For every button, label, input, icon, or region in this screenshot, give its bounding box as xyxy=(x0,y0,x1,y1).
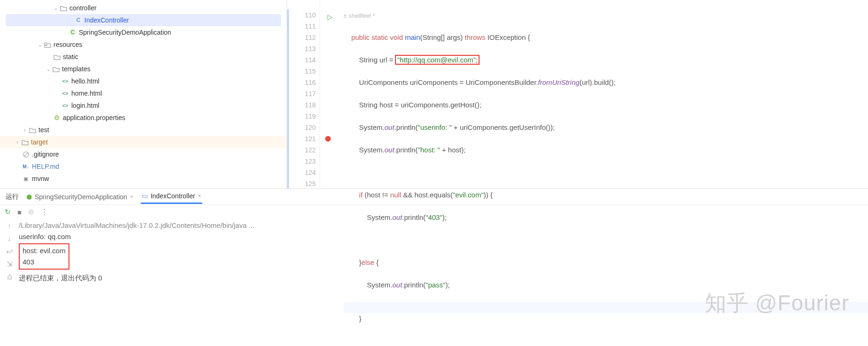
line-number[interactable]: 112 xyxy=(287,32,320,43)
console-toolbar: ↑ ↓ ⮐ ⇲ ⎙ xyxy=(0,219,19,284)
close-icon[interactable]: × xyxy=(130,194,133,200)
project-tree[interactable]: ⌄ controller C IndexController C SpringS… xyxy=(0,0,287,188)
chevron-right-icon: › xyxy=(22,128,28,133)
folder-icon xyxy=(59,5,68,11)
tree-home[interactable]: <> home.html xyxy=(0,87,287,99)
stop-icon[interactable]: ■ xyxy=(17,208,22,216)
line-number[interactable]: 113 xyxy=(287,43,320,54)
console-exit: 进程已结束，退出代码为 0 xyxy=(19,272,868,284)
tree-label: test xyxy=(37,126,49,134)
spring-icon: ⬢ xyxy=(26,193,32,201)
clear-icon[interactable]: ⊘ xyxy=(28,208,34,216)
line-number[interactable]: 115 xyxy=(287,66,320,77)
line-number[interactable]: 119 xyxy=(287,111,320,122)
tree-mvnw[interactable]: ▣ mvnw xyxy=(0,173,287,185)
console-line: host: evil.com xyxy=(23,245,66,256)
folder-icon xyxy=(28,127,37,133)
markdown-icon: M↓ xyxy=(22,164,30,169)
tree-label: SpringSecurityDemoApplication xyxy=(77,29,171,36)
rerun-icon[interactable]: ↻ xyxy=(5,208,11,216)
up-icon[interactable]: ↑ xyxy=(8,222,11,230)
tree-help[interactable]: M↓ HELP.md xyxy=(0,160,287,173)
properties-icon: ⚙ xyxy=(53,114,61,121)
tree-label: target xyxy=(29,138,48,146)
author-hint: ± shellfeel * xyxy=(343,11,868,21)
target-folder-icon xyxy=(21,139,29,145)
tree-login[interactable]: <> login.html xyxy=(0,99,287,112)
tree-controller[interactable]: ⌄ controller xyxy=(0,2,287,14)
html-icon: <> xyxy=(61,103,69,108)
tree-label: home.html xyxy=(69,90,102,97)
line-number[interactable]: 117 xyxy=(287,88,320,99)
line-number[interactable]: 111 xyxy=(287,21,320,32)
gitignore-icon xyxy=(22,151,30,158)
tree-label: mvnw xyxy=(30,175,49,182)
svg-line-1 xyxy=(24,152,28,156)
folder-icon xyxy=(53,54,61,60)
tree-label: HELP.md xyxy=(30,163,59,170)
line-number[interactable]: 116 xyxy=(287,77,320,88)
line-number[interactable]: 122 xyxy=(287,144,320,156)
line-number[interactable]: 114 xyxy=(287,54,320,66)
tree-label: IndexController xyxy=(83,16,129,24)
code-content[interactable]: ± shellfeel * public static void main(St… xyxy=(320,0,868,188)
console-highlight-box: host: evil.com 403 xyxy=(19,243,69,270)
tree-label: login.html xyxy=(69,102,99,109)
line-number[interactable]: 118 xyxy=(287,99,320,111)
chevron-right-icon: › xyxy=(14,140,21,145)
tree-templates[interactable]: ⌄ templates xyxy=(0,63,287,75)
tab-label: SpringSecurityDemoApplication xyxy=(35,193,127,201)
close-icon[interactable]: × xyxy=(198,193,201,199)
tree-label: .gitignore xyxy=(30,150,59,158)
tree-appprops[interactable]: ⚙ application.properties xyxy=(0,112,287,124)
tab-label: IndexController xyxy=(151,192,195,200)
tree-label: resources xyxy=(52,41,82,48)
print-icon[interactable]: ⎙ xyxy=(8,273,12,281)
tree-test[interactable]: › test xyxy=(0,124,287,136)
tree-label: application.properties xyxy=(61,114,125,121)
line-number[interactable]: 120 xyxy=(287,122,320,133)
html-icon: <> xyxy=(61,90,69,96)
tree-indexcontroller[interactable]: C IndexController xyxy=(6,14,281,26)
code-editor[interactable]: 110▷ 111 112 113 114 115 116 117 118 119… xyxy=(287,0,868,188)
resources-folder-icon xyxy=(43,42,52,48)
soft-wrap-icon[interactable]: ⮐ xyxy=(6,247,13,255)
html-icon: <> xyxy=(61,78,69,84)
tree-static[interactable]: static xyxy=(0,51,287,63)
chevron-down-icon: ⌄ xyxy=(37,42,43,47)
line-number[interactable]: 124 xyxy=(287,167,320,178)
more-icon[interactable]: ⋮ xyxy=(41,208,48,216)
tree-target[interactable]: › target xyxy=(0,136,287,148)
line-number[interactable]: 110▷ xyxy=(287,9,320,21)
run-config-icon: ▭ xyxy=(142,192,148,200)
run-tab-indexcontroller[interactable]: ▭ IndexController × xyxy=(141,189,202,204)
tree-gitignore[interactable]: .gitignore xyxy=(0,148,287,160)
folder-icon xyxy=(52,66,60,72)
class-icon: C xyxy=(74,16,83,24)
run-tab-springapp[interactable]: ⬢ SpringSecurityDemoApplication × xyxy=(25,190,134,203)
chevron-down-icon: ⌄ xyxy=(53,6,59,11)
console-output[interactable]: /Library/Java/JavaVirtualMachines/jdk-17… xyxy=(19,219,868,284)
tree-label: controller xyxy=(68,4,97,12)
run-label: 运行 xyxy=(6,193,19,201)
spring-icon: C xyxy=(69,29,77,36)
line-number[interactable]: 125 xyxy=(287,178,320,189)
console-line: 403 xyxy=(23,256,66,268)
line-number[interactable]: 123 xyxy=(287,156,320,167)
tree-hello[interactable]: <> hello.html xyxy=(0,75,287,87)
chevron-down-icon: ⌄ xyxy=(45,67,52,72)
url-highlight-box: "http://qq.com@evil.com"; xyxy=(395,55,480,65)
console-command: /Library/Java/JavaVirtualMachines/jdk-17… xyxy=(19,220,868,231)
tree-label: static xyxy=(61,53,78,60)
line-number[interactable]: 121 xyxy=(287,133,320,144)
console-line: userinfo: qq.com xyxy=(19,231,868,242)
tree-springapp[interactable]: C SpringSecurityDemoApplication xyxy=(0,26,287,38)
down-icon[interactable]: ↓ xyxy=(8,234,11,242)
tree-resources[interactable]: ⌄ resources xyxy=(0,38,287,51)
line-gutter[interactable]: 110▷ 111 112 113 114 115 116 117 118 119… xyxy=(287,0,320,188)
tree-label: hello.html xyxy=(69,77,99,85)
scroll-end-icon[interactable]: ⇲ xyxy=(7,260,13,268)
terminal-icon: ▣ xyxy=(22,176,30,182)
tree-label: templates xyxy=(60,65,91,73)
